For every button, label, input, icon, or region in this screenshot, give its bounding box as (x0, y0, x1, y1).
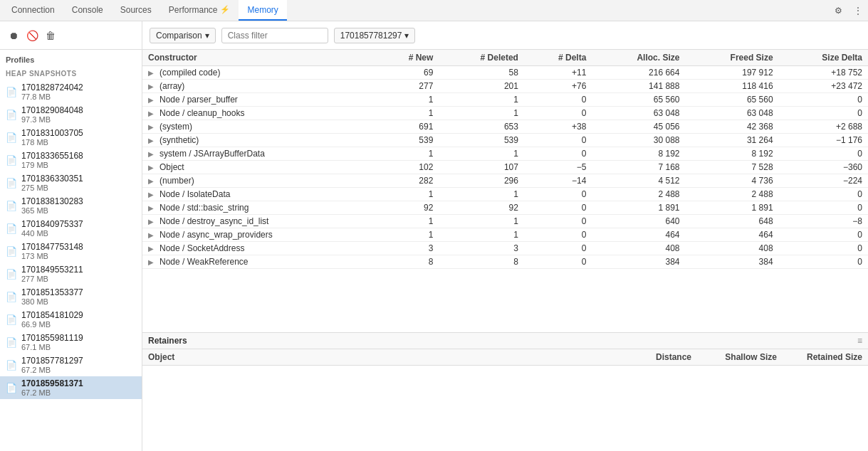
expand-arrow[interactable]: ▶ (148, 83, 157, 90)
cell-new: 8 (377, 255, 439, 269)
retainers-col-object: Object (148, 352, 606, 362)
sidebar-item-snapshot[interactable]: 📄 1701838130283 365 MB (0, 194, 142, 217)
expand-arrow[interactable]: ▶ (148, 110, 157, 117)
cell-freed-size: 408 (685, 242, 778, 255)
table-row[interactable]: ▶Node / cleanup_hooks11063 04863 0480 (142, 107, 868, 120)
table-row[interactable]: ▶Node / async_wrap_providers1104644640 (142, 228, 868, 242)
table-row[interactable]: ▶(synthetic)539539030 08831 264−1 176 (142, 134, 868, 147)
cell-alloc-size: 45 056 (592, 120, 685, 134)
table-col-alloc--size[interactable]: Alloc. Size (592, 50, 685, 66)
retainers-label: Retainers (148, 336, 187, 346)
table-row[interactable]: ▶(system)691653+3845 05642 368+2 688 (142, 120, 868, 134)
sidebar-item-snapshot[interactable]: 📄 1701847753148 173 MB (0, 240, 142, 262)
snapshot-item-name: 1701854181029 (21, 310, 83, 320)
sidebar-item-snapshot[interactable]: 📄 1701836330351 275 MB (0, 171, 142, 194)
expand-arrow[interactable]: ▶ (148, 231, 157, 239)
expand-arrow[interactable]: ▶ (148, 123, 157, 131)
table-row[interactable]: ▶Object102107−57 1687 528−360 (142, 161, 868, 174)
snapshot-item-size: 440 MB (21, 229, 83, 238)
cell-size-delta: +2 688 (779, 120, 868, 134)
table-col-freed-size[interactable]: Freed Size (685, 50, 778, 66)
table-row[interactable]: ▶Node / destroy_async_id_list110640648−8 (142, 215, 868, 228)
table-col---deleted[interactable]: # Deleted (439, 50, 524, 66)
expand-arrow[interactable]: ▶ (148, 150, 157, 158)
cell-delta: +38 (524, 120, 592, 134)
tab-sources[interactable]: Sources (112, 0, 160, 21)
table-row[interactable]: ▶Node / parser_buffer11065 56065 5600 (142, 93, 868, 107)
table-row[interactable]: ▶Node / IsolateData1102 4882 4880 (142, 188, 868, 201)
expand-arrow[interactable]: ▶ (148, 177, 157, 185)
sidebar-item-snapshot[interactable]: 📄 1701833655168 179 MB (0, 149, 142, 171)
cell-deleted: 58 (439, 66, 524, 80)
expand-arrow[interactable]: ▶ (148, 191, 157, 198)
tab-memory[interactable]: Memory (239, 0, 286, 21)
retainers-col-distance: Distance (606, 352, 691, 362)
snapshot-item-text: 1701838130283 365 MB (21, 196, 83, 215)
table-row[interactable]: ▶(array)277201+76141 888118 416+23 472 (142, 80, 868, 93)
cell-freed-size: 648 (685, 215, 778, 228)
cell-alloc-size: 7 168 (592, 161, 685, 174)
cell-alloc-size: 65 560 (592, 93, 685, 107)
class-filter-input[interactable] (221, 28, 328, 43)
snapshot-item-text: 1701840975337 440 MB (21, 219, 83, 238)
table-row[interactable]: ▶(number)282296−144 5124 736−224 (142, 174, 868, 188)
tab-console[interactable]: Console (63, 0, 112, 21)
table-col-size-delta[interactable]: Size Delta (779, 50, 868, 66)
table-row[interactable]: ▶Node / SocketAddress3304084080 (142, 242, 868, 255)
snapshot-item-name: 1701829084048 (21, 105, 83, 115)
snapshot-item-size: 275 MB (21, 184, 83, 192)
comparison-dropdown[interactable]: Comparison ▾ (150, 28, 216, 43)
cell-size-delta: 0 (779, 93, 868, 107)
retainers-menu-icon[interactable]: ≡ (857, 336, 862, 346)
sidebar-item-snapshot[interactable]: 📄 1701849553211 277 MB (0, 262, 142, 285)
expand-arrow[interactable]: ▶ (148, 96, 157, 104)
cell-deleted: 107 (439, 161, 524, 174)
cell-constructor: ▶Node / parser_buffer (142, 93, 377, 107)
expand-arrow[interactable]: ▶ (148, 164, 157, 171)
sidebar-item-snapshot[interactable]: 📄 1701840975337 440 MB (0, 217, 142, 240)
cell-size-delta: −1 176 (779, 134, 868, 147)
table-row[interactable]: ▶Node / std::basic_string929201 8911 891… (142, 201, 868, 215)
snapshot-file-icon: 📄 (6, 337, 17, 348)
sidebar-item-snapshot[interactable]: 📄 1701829084048 97.3 MB (0, 103, 142, 126)
snapshot-item-text: 1701855981119 67.1 MB (21, 333, 83, 351)
expand-arrow[interactable]: ▶ (148, 69, 157, 77)
table-row[interactable]: ▶system / JSArrayBufferData1108 1928 192… (142, 147, 868, 161)
record-button[interactable]: ⏺ (6, 28, 21, 43)
cell-new: 1 (377, 147, 439, 161)
more-icon[interactable]: ⋮ (851, 4, 865, 17)
snapshot-file-icon: 📄 (6, 269, 17, 280)
sidebar-item-snapshot[interactable]: 📄 1701828724042 77.8 MB (0, 80, 142, 103)
table-col---new[interactable]: # New (377, 50, 439, 66)
table-row[interactable]: ▶(compiled code)6958+11216 664197 912+18… (142, 66, 868, 80)
snapshot-selector[interactable]: 1701857781297 ▾ (334, 28, 416, 43)
cell-alloc-size: 2 488 (592, 188, 685, 201)
expand-arrow[interactable]: ▶ (148, 245, 157, 253)
table-row[interactable]: ▶Node / WeakReference8803843840 (142, 255, 868, 269)
snapshot-file-icon: 📄 (6, 314, 17, 325)
tab-connection[interactable]: Connection (3, 0, 63, 21)
expand-arrow[interactable]: ▶ (148, 258, 157, 266)
expand-arrow[interactable]: ▶ (148, 137, 157, 144)
sidebar-item-snapshot[interactable]: 📄 1701855981119 67.1 MB (0, 331, 142, 354)
delete-button[interactable]: 🗑 (43, 28, 58, 43)
sidebar-item-snapshot[interactable]: 📄 1701859581371 67.2 MB (0, 376, 142, 399)
table-col---delta[interactable]: # Delta (524, 50, 592, 66)
sidebar-item-snapshot[interactable]: 📄 1701857781297 67.2 MB (0, 354, 142, 376)
snapshot-file-icon: 📄 (6, 383, 17, 393)
expand-arrow[interactable]: ▶ (148, 218, 157, 226)
table-col-constructor[interactable]: Constructor (142, 50, 377, 66)
cell-deleted: 1 (439, 228, 524, 242)
sidebar-item-snapshot[interactable]: 📄 1701854181029 66.9 MB (0, 308, 142, 331)
expand-arrow[interactable]: ▶ (148, 204, 157, 212)
sidebar-item-snapshot[interactable]: 📄 1701831003705 178 MB (0, 126, 142, 149)
settings-icon[interactable]: ⚙ (832, 4, 845, 17)
stop-button[interactable]: 🚫 (24, 28, 40, 43)
snapshot-selector-value: 1701857781297 (340, 31, 402, 41)
retainers-section: Retainers ≡ ObjectDistanceShallow SizeRe… (142, 332, 868, 451)
heap-snapshots-label: HEAP SNAPSHOTS (0, 67, 142, 80)
sidebar-item-snapshot[interactable]: 📄 1701851353377 380 MB (0, 285, 142, 308)
cell-deleted: 539 (439, 134, 524, 147)
tab-performance[interactable]: Performance ⚡ (160, 0, 239, 21)
snapshot-item-size: 277 MB (21, 275, 83, 283)
